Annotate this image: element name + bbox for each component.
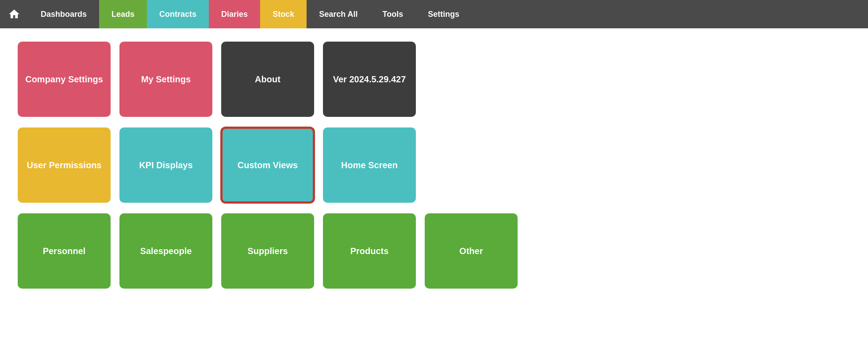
tile-user-permissions[interactable]: User Permissions (18, 127, 111, 203)
tile-home-screen[interactable]: Home Screen (323, 127, 416, 203)
tile-personnel[interactable]: Personnel (18, 213, 111, 289)
nav-settings[interactable]: Settings (415, 0, 472, 28)
home-button[interactable] (0, 0, 28, 28)
tile-custom-views[interactable]: Custom Views (221, 127, 314, 203)
nav-diaries[interactable]: Diaries (209, 0, 260, 28)
nav-leads[interactable]: Leads (99, 0, 147, 28)
tile-version[interactable]: Ver 2024.5.29.427 (323, 42, 416, 117)
nav-contracts[interactable]: Contracts (147, 0, 209, 28)
nav-tools[interactable]: Tools (370, 0, 416, 28)
tile-other[interactable]: Other (425, 213, 518, 289)
tile-products[interactable]: Products (323, 213, 416, 289)
home-icon (8, 8, 20, 20)
tile-salespeople[interactable]: Salespeople (119, 213, 212, 289)
nav-search-all[interactable]: Search All (307, 0, 370, 28)
tile-about[interactable]: About (221, 42, 314, 117)
main-content: Company Settings My Settings About Ver 2… (0, 28, 868, 313)
navbar: Dashboards Leads Contracts Diaries Stock… (0, 0, 868, 28)
tile-company-settings[interactable]: Company Settings (18, 42, 111, 117)
nav-stock[interactable]: Stock (260, 0, 307, 28)
tile-kpi-displays[interactable]: KPI Displays (119, 127, 212, 203)
nav-dashboards[interactable]: Dashboards (28, 0, 99, 28)
tile-my-settings[interactable]: My Settings (119, 42, 212, 117)
tile-suppliers[interactable]: Suppliers (221, 213, 314, 289)
